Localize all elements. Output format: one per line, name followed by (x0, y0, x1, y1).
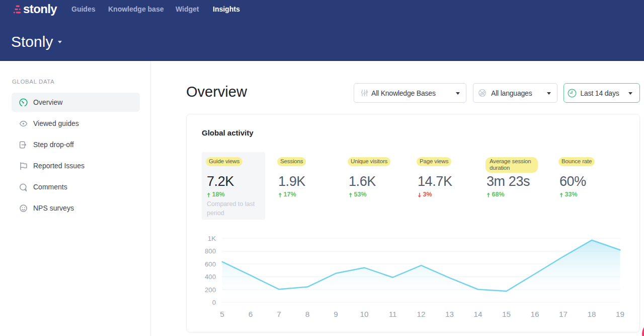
svg-text:1K: 1K (208, 234, 216, 242)
svg-text:6: 6 (249, 309, 253, 318)
svg-text:800: 800 (205, 247, 216, 255)
svg-text:200: 200 (205, 286, 216, 293)
svg-text:18: 18 (588, 309, 596, 318)
svg-text:9: 9 (334, 309, 338, 318)
svg-text:13: 13 (445, 309, 454, 318)
svg-text:17: 17 (559, 309, 568, 318)
svg-text:400: 400 (205, 273, 216, 281)
svg-text:5: 5 (220, 309, 224, 318)
svg-text:11: 11 (389, 309, 397, 318)
svg-text:10: 10 (360, 309, 369, 318)
svg-text:7: 7 (277, 309, 281, 318)
svg-text:600: 600 (205, 260, 216, 267)
svg-text:15: 15 (502, 309, 511, 318)
svg-text:8: 8 (305, 309, 310, 318)
svg-text:16: 16 (531, 309, 539, 318)
svg-text:0: 0 (212, 298, 216, 306)
svg-text:12: 12 (417, 309, 426, 318)
svg-text:19: 19 (616, 309, 624, 318)
svg-text:14: 14 (474, 309, 483, 318)
